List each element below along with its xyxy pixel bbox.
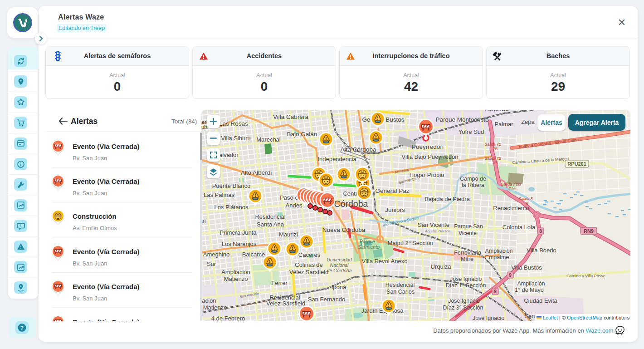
svg-text:Bajo Galán: Bajo Galán <box>287 131 317 138</box>
svg-text:Maipú 2ª Sección: Maipú 2ª Sección <box>388 240 434 246</box>
svg-text:Yofre Sud: Yofre Sud <box>459 128 484 135</box>
svg-text:Empalme: Empalme <box>485 254 509 261</box>
svg-text:Salida 7B: Salida 7B <box>485 156 502 161</box>
svg-text:4 de Febrero: 4 de Febrero <box>211 315 245 321</box>
svg-text:RPU201: RPU201 <box>567 161 586 167</box>
svg-text:Cáceres: Cáceres <box>298 251 321 258</box>
svg-text:Campo de: Campo de <box>460 176 486 182</box>
svg-text:Los Naranjos: Los Naranjos <box>222 241 257 247</box>
svg-text:Ampliación: Ampliación <box>221 269 250 275</box>
svg-text:Parque San: Parque San <box>454 223 483 230</box>
svg-text:?: ? <box>20 325 24 331</box>
svg-text:Agregar Alerta: Agregar Alerta <box>575 119 619 126</box>
svg-text:7 bis: 7 bis <box>508 187 517 191</box>
svg-text:Pueyrredón: Pueyrredón <box>412 143 444 150</box>
svg-text:Matienzo: Matienzo <box>203 304 227 311</box>
svg-text:Velez Sársfield: Velez Sársfield <box>266 300 305 307</box>
svg-text:Marechal: Marechal <box>256 136 281 143</box>
svg-text:San: San <box>525 313 535 320</box>
svg-text:Parque: Parque <box>360 239 375 244</box>
svg-text:Ferrer: Ferrer <box>271 280 288 286</box>
svg-text:Santa Ana: Santa Ana <box>257 221 284 228</box>
svg-text:8: 8 <box>539 229 542 234</box>
svg-text:uiz: uiz <box>201 124 208 130</box>
svg-text:Maurizi: Maurizi <box>279 231 298 238</box>
svg-text:liación: liación <box>201 297 216 304</box>
svg-text:Primera Junta: Primera Junta <box>220 229 257 236</box>
svg-text:Puente Blanco: Puente Blanco <box>212 182 251 189</box>
svg-text:Salida 7B: Salida 7B <box>485 142 502 147</box>
svg-text:Colonia Lola: Colonia Lola <box>503 224 536 231</box>
svg-text:Ampliación: Ampliación <box>485 248 512 254</box>
svg-text:Alta Córdoba: Alta Córdoba <box>341 146 376 153</box>
svg-text:Alertas: Alertas <box>541 119 562 126</box>
svg-text:Juniors: Juniors <box>385 206 405 213</box>
svg-text:8: 8 <box>526 201 528 206</box>
svg-text:Parque Montecristo: Parque Montecristo <box>435 116 488 123</box>
svg-text:la Ribera: la Ribera <box>462 182 484 188</box>
svg-text:Las Rosas: Las Rosas <box>219 120 248 127</box>
svg-text:Camino a Villa Posse: Camino a Villa Posse <box>566 274 605 278</box>
svg-text:Matienzo: Matienzo <box>224 275 248 282</box>
svg-text:Hortensia: Hortensia <box>485 110 508 112</box>
svg-text:General Paz: General Paz <box>375 187 409 194</box>
svg-text:Sur: Sur <box>207 261 216 267</box>
svg-text:Mitre: Mitre <box>461 256 473 262</box>
svg-text:San Fernando: San Fernando <box>308 296 345 303</box>
svg-text:Díaz 3° Sección: Díaz 3° Sección <box>443 305 483 311</box>
svg-text:Villa Bajo Pueyrredón: Villa Bajo Pueyrredón <box>402 153 459 160</box>
svg-text:José Ignacio: José Ignacio <box>450 276 482 282</box>
svg-text:Zepa: Zepa <box>521 118 535 125</box>
svg-text:Ameghino: Ameghino <box>203 251 230 258</box>
svg-text:Ciudad Evita: Ciudad Evita <box>524 297 557 304</box>
svg-text:José Ignacio: José Ignacio <box>448 298 480 304</box>
svg-text:Bajada de Piedra: Bajada de Piedra <box>424 196 470 202</box>
svg-text:Agustín Garzón: Agustín Garzón <box>425 229 450 233</box>
svg-text:San Vicente: San Vicente <box>418 221 449 228</box>
svg-text:Urquiza: Urquiza <box>431 263 452 270</box>
svg-text:7B: 7B <box>493 161 498 165</box>
svg-text:Villa Cabrera: Villa Cabrera <box>273 113 308 120</box>
svg-text:Los Plátanos: Los Plátanos <box>214 204 249 211</box>
svg-text:Universidad: Universidad <box>327 257 352 262</box>
svg-text:Andes: Andes <box>286 202 302 209</box>
svg-text:Alto Alberdi: Alto Alberdi <box>241 169 272 176</box>
svg-text:9: 9 <box>509 273 512 278</box>
svg-text:Salida 7 bis: Salida 7 bis <box>501 182 522 187</box>
svg-text:1° de Mayo: 1° de Mayo <box>515 287 543 293</box>
svg-text:Sarmiento: Sarmiento <box>358 244 380 250</box>
svg-text:Palmar: Palmar <box>494 121 513 128</box>
svg-text:Independencia: Independencia <box>317 156 356 162</box>
svg-text:Balcarce: Balcarce <box>242 251 265 258</box>
svg-text:Villa Revol Anexo: Villa Revol Anexo <box>362 258 408 265</box>
svg-text:Residencial: Residencial <box>255 213 285 220</box>
svg-text:de Córdoba: de Córdoba <box>327 268 352 273</box>
svg-text:Ampliación: Ampliación <box>517 280 545 287</box>
svg-text:Las Palmas: Las Palmas <box>204 192 234 198</box>
svg-text:Ferroviario: Ferroviario <box>454 250 481 256</box>
svg-text:Renacimiento: Renacimiento <box>493 205 529 211</box>
svg-text:Colinas de: Colinas de <box>295 261 322 268</box>
svg-text:Villa Bustos: Villa Bustos <box>511 264 542 271</box>
svg-text:7B: 7B <box>493 147 498 151</box>
svg-text:9: 9 <box>494 289 497 294</box>
svg-text:Vélez Sarsfield: Vélez Sarsfield <box>289 269 329 275</box>
svg-text:Leaflet | © OpenStreetMap cont: Leaflet | © OpenStreetMap contributors <box>543 315 630 320</box>
svg-text:RN9: RN9 <box>584 228 594 234</box>
svg-text:Díaz 1ª Sección: Díaz 1ª Sección <box>446 282 486 289</box>
svg-text:Nacional: Nacional <box>330 262 349 268</box>
svg-text:Vicente: Vicente <box>459 230 477 236</box>
svg-text:Residencial: Residencial <box>385 282 415 288</box>
svg-text:Salida 8: Salida 8 <box>519 197 533 201</box>
svg-text:Nueva Córdoba: Nueva Córdoba <box>322 226 366 233</box>
svg-text:José Ignacio: José Ignacio <box>473 315 504 321</box>
svg-text:Villa Boedo: Villa Boedo <box>527 247 556 254</box>
svg-text:Villa Siburu: Villa Siburu <box>221 135 251 142</box>
svg-text:San Carlos: San Carlos <box>386 289 415 295</box>
svg-text:Iponá: Iponá <box>332 284 346 290</box>
